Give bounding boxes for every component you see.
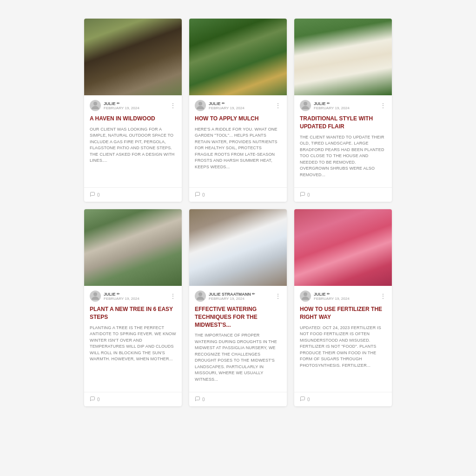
card-title: EFFECTIVE WATERING TECHNIQUES FOR THE MI…	[195, 305, 281, 329]
author-info: JULIE ✏ FEBRUARY 19, 2024	[104, 101, 139, 110]
edit-icon: ✏	[117, 101, 120, 106]
author-info: JULIE STRAATMANN ✏ FEBRUARY 19, 2024	[209, 292, 255, 301]
svg-point-0	[93, 102, 97, 106]
comment-number: 0	[202, 397, 205, 402]
author-name: JULIE ✏	[314, 292, 350, 297]
blog-card-4[interactable]: JULIE ✏ FEBRUARY 19, 2024 ⋮ PLANT A NEW …	[84, 209, 182, 406]
blog-card-1[interactable]: JULIE ✏ FEBRUARY 19, 2024 ⋮ A HAVEN IN W…	[84, 19, 182, 202]
post-date: FEBRUARY 19, 2024	[209, 297, 255, 301]
card-body: JULIE ✏ FEBRUARY 19, 2024 ⋮ HOW TO APPLY…	[189, 95, 287, 183]
comment-number: 0	[97, 192, 100, 198]
card-footer: 0	[84, 187, 182, 202]
comment-number: 0	[97, 397, 100, 402]
edit-icon: ✏	[327, 101, 330, 106]
more-menu-icon[interactable]: ⋮	[275, 293, 281, 299]
more-menu-icon[interactable]: ⋮	[275, 102, 281, 109]
card-excerpt: OUR CLIENT WAS LOOKING FOR A SIMPLE, NAT…	[90, 126, 176, 178]
card-meta-left: JULIE ✏ FEBRUARY 19, 2024	[90, 291, 139, 302]
card-meta: JULIE ✏ FEBRUARY 19, 2024 ⋮	[195, 100, 281, 111]
card-meta-left: JULIE ✏ FEBRUARY 19, 2024	[300, 100, 350, 111]
svg-point-5	[304, 292, 307, 296]
card-footer: 0	[189, 392, 287, 406]
more-menu-icon[interactable]: ⋮	[170, 102, 176, 109]
blog-card-6[interactable]: JULIE ✏ FEBRUARY 19, 2024 ⋮ HOW TO USE F…	[294, 209, 392, 406]
card-excerpt: THE IMPORTANCE OF PROPER WATERING DURING…	[195, 332, 281, 383]
svg-point-3	[93, 292, 97, 296]
comment-icon	[90, 396, 95, 403]
comment-icon	[90, 192, 95, 198]
avatar	[195, 100, 206, 111]
author-name: JULIE ✏	[209, 101, 245, 106]
comment-icon	[300, 192, 305, 198]
avatar	[90, 291, 101, 302]
card-meta-left: JULIE ✏ FEBRUARY 19, 2024	[300, 291, 350, 302]
card-excerpt: PLANTING A TREE IS THE PERFECT ANTIDOTE …	[90, 325, 176, 383]
post-date: FEBRUARY 19, 2024	[314, 297, 350, 301]
author-info: JULIE ✏ FEBRUARY 19, 2024	[314, 292, 350, 301]
blog-card-5[interactable]: JULIE STRAATMANN ✏ FEBRUARY 19, 2024 ⋮ E…	[189, 209, 287, 406]
card-title: PLANT A NEW TREE IN 6 EASY STEPS	[90, 305, 176, 321]
comment-count: 0	[195, 192, 205, 198]
card-title: A HAVEN IN WILDWOOD	[90, 115, 176, 123]
card-body: JULIE ✏ FEBRUARY 19, 2024 ⋮ PLANT A NEW …	[84, 286, 182, 387]
author-name: JULIE ✏	[104, 292, 139, 297]
avatar	[300, 291, 311, 302]
card-meta-left: JULIE ✏ FEBRUARY 19, 2024	[195, 100, 245, 111]
card-footer: 0	[294, 187, 392, 202]
avatar	[300, 100, 311, 111]
author-name: JULIE ✏	[104, 101, 139, 106]
card-meta: JULIE ✏ FEBRUARY 19, 2024 ⋮	[300, 100, 386, 111]
blog-card-3[interactable]: JULIE ✏ FEBRUARY 19, 2024 ⋮ TRADITIONAL …	[294, 19, 392, 202]
card-body: JULIE ✏ FEBRUARY 19, 2024 ⋮ HOW TO USE F…	[294, 286, 392, 387]
edit-icon: ✏	[327, 292, 330, 296]
card-meta: JULIE ✏ FEBRUARY 19, 2024 ⋮	[300, 291, 386, 302]
svg-point-2	[304, 102, 307, 106]
edit-icon: ✏	[222, 101, 225, 106]
card-body: JULIE STRAATMANN ✏ FEBRUARY 19, 2024 ⋮ E…	[189, 286, 287, 387]
card-image	[84, 19, 182, 95]
card-image	[294, 209, 392, 286]
card-image	[294, 19, 392, 95]
card-body: JULIE ✏ FEBRUARY 19, 2024 ⋮ TRADITIONAL …	[294, 95, 392, 183]
post-date: FEBRUARY 19, 2024	[104, 106, 139, 110]
card-title: TRADITIONAL STYLE WITH UPDATED FLAIR	[300, 115, 386, 131]
more-menu-icon[interactable]: ⋮	[380, 102, 386, 109]
comment-count: 0	[195, 396, 205, 403]
card-excerpt: THE CLIENT WANTED TO UPDATE THEIR OLD, T…	[300, 134, 386, 178]
card-footer: 0	[189, 187, 287, 202]
card-meta: JULIE ✏ FEBRUARY 19, 2024 ⋮	[90, 100, 176, 111]
edit-icon: ✏	[252, 292, 255, 296]
comment-icon	[300, 396, 305, 403]
comment-number: 0	[307, 397, 310, 402]
comment-count: 0	[90, 396, 100, 403]
card-excerpt: HERE'S A RIDDLE FOR YOU. WHAT ONE GARDEN…	[195, 126, 281, 178]
card-meta: JULIE STRAATMANN ✏ FEBRUARY 19, 2024 ⋮	[195, 291, 281, 302]
card-image	[189, 209, 287, 286]
card-excerpt: UPDATED: OCT 24, 2023 FERTILIZER IS NOT …	[300, 325, 386, 383]
author-info: JULIE ✏ FEBRUARY 19, 2024	[209, 101, 245, 110]
more-menu-icon[interactable]: ⋮	[380, 293, 386, 299]
blog-grid: JULIE ✏ FEBRUARY 19, 2024 ⋮ A HAVEN IN W…	[84, 19, 392, 406]
comment-count: 0	[300, 192, 310, 198]
post-date: FEBRUARY 19, 2024	[104, 297, 139, 301]
card-footer: 0	[294, 392, 392, 406]
avatar	[90, 100, 101, 111]
author-name: JULIE ✏	[314, 101, 350, 106]
card-meta-left: JULIE ✏ FEBRUARY 19, 2024	[90, 100, 139, 111]
card-meta-left: JULIE STRAATMANN ✏ FEBRUARY 19, 2024	[195, 291, 255, 302]
blog-card-2[interactable]: JULIE ✏ FEBRUARY 19, 2024 ⋮ HOW TO APPLY…	[189, 19, 287, 202]
card-image	[189, 19, 287, 95]
edit-icon: ✏	[117, 292, 120, 296]
card-meta: JULIE ✏ FEBRUARY 19, 2024 ⋮	[90, 291, 176, 302]
comment-icon	[195, 396, 200, 403]
comment-number: 0	[202, 192, 205, 198]
author-name: JULIE STRAATMANN ✏	[209, 292, 255, 297]
comment-count: 0	[300, 396, 310, 403]
svg-point-4	[198, 292, 202, 296]
more-menu-icon[interactable]: ⋮	[170, 293, 176, 299]
post-date: FEBRUARY 19, 2024	[209, 106, 245, 110]
comment-icon	[195, 192, 200, 198]
author-info: JULIE ✏ FEBRUARY 19, 2024	[104, 292, 139, 301]
card-title: HOW TO USE FERTILIZER THE RIGHT WAY	[300, 305, 386, 321]
author-info: JULIE ✏ FEBRUARY 19, 2024	[314, 101, 350, 110]
